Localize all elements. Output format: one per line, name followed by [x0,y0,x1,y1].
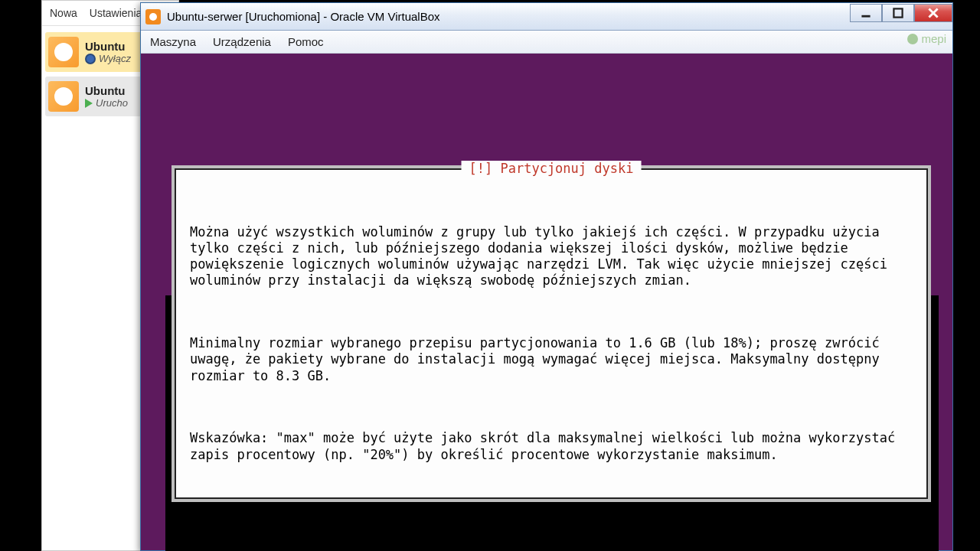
vm-status: Urucho [85,97,128,109]
window-controls [850,3,952,30]
vm-name: Ubuntu [85,84,128,97]
dialog-prompt: Liczba woluminów używanych przy partycjo… [190,509,913,525]
titlebar[interactable]: Ubuntu-serwer [Uruchomiona] - Oracle VM … [141,3,952,31]
menubar: Maszyna Urządzenia Pomoc mepi [141,31,952,54]
toolbar-ustawienia[interactable]: Ustawienia [90,7,142,19]
dialog-para3: Wskazówka: "max" może być użyte jako skr… [190,430,913,463]
minimize-button[interactable] [850,4,882,22]
maximize-button[interactable] [882,4,914,22]
installer-dialog: [!] Partycjonuj dyski Można użyć wszystk… [172,165,931,502]
menu-pomoc[interactable]: Pomoc [288,35,324,48]
virtualbox-icon [145,9,161,24]
vm-name: Ubuntu [85,40,131,53]
menu-maszyna[interactable]: Maszyna [150,35,196,48]
close-button[interactable] [914,4,952,22]
vm-screen[interactable]: [!] Partycjonuj dyski Można użyć wszystk… [141,54,952,550]
menu-urzadzenia[interactable]: Urządzenia [213,35,271,48]
svg-rect-1 [893,8,902,17]
dialog-title: [!] Partycjonuj dyski [462,161,642,177]
vm-status: Wyłącz [85,53,131,64]
toolbar-nowa[interactable]: Nowa [50,7,77,19]
power-off-icon [85,54,96,64]
running-icon [85,99,93,108]
window-title: Ubuntu-serwer [Uruchomiona] - Oracle VM … [167,10,850,23]
ubuntu-icon [48,37,79,67]
dialog-para1: Można użyć wszystkich woluminów z grupy … [190,224,913,289]
dialog-para2: Minimalny rozmiar wybranego przepisu par… [190,335,913,384]
watermark: mepi [907,32,946,45]
ubuntu-icon [48,81,79,112]
vm-window: Ubuntu-serwer [Uruchomiona] - Oracle VM … [140,2,953,551]
